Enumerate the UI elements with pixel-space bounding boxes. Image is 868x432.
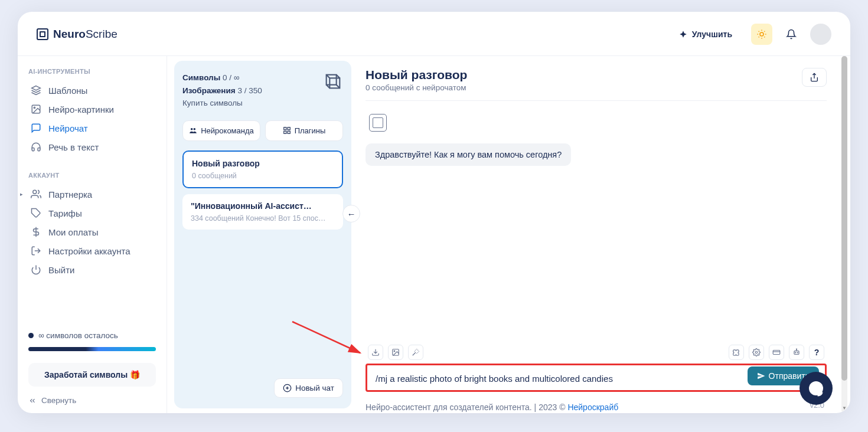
logo[interactable]: NeuroScribe <box>37 28 118 41</box>
chat-icon <box>31 123 41 133</box>
svg-rect-16 <box>288 127 290 130</box>
credits-progress <box>28 347 156 351</box>
headphones-icon <box>31 142 41 152</box>
credits: ∞ символов осталось Заработай символы 🎁 … <box>28 331 156 405</box>
new-chat-label: Новый чат <box>295 384 334 392</box>
message-input-container: Отправить <box>366 364 827 392</box>
collapse-sidebar[interactable]: Свернуть <box>28 396 156 405</box>
arrow-left-icon: ← <box>347 209 356 219</box>
chat-area: Новый разговор 0 сообщений с нейрочатом … <box>351 56 850 413</box>
nav-label: Нейрочат <box>48 123 88 133</box>
support-fab[interactable] <box>800 372 833 405</box>
nav-label: Выйти <box>48 265 74 275</box>
input-toolbar: ? <box>366 345 827 360</box>
status-dot <box>28 333 34 338</box>
nav-neurochat[interactable]: Нейрочат <box>28 119 156 138</box>
footer-link[interactable]: Нейроскрайб <box>567 402 618 412</box>
tool-image[interactable] <box>388 345 403 360</box>
scroll-down-icon[interactable]: ▼ <box>841 404 847 412</box>
nav-speech-to-text[interactable]: Речь в текст <box>28 138 156 156</box>
footer: Нейро-ассистент для создателей контента.… <box>366 398 827 413</box>
upgrade-button[interactable]: Улучшить <box>668 24 743 45</box>
nav-templates[interactable]: Шаблоны <box>28 81 156 100</box>
svg-rect-17 <box>283 131 286 133</box>
header-actions: Улучшить <box>668 24 831 45</box>
credits-label: ∞ символов осталось <box>38 331 118 340</box>
avatar[interactable] <box>810 24 831 45</box>
images-value: 3 / 350 <box>237 86 262 95</box>
svg-rect-15 <box>283 127 286 130</box>
notifications-button[interactable] <box>781 24 802 45</box>
tab-plugins[interactable]: Плагины <box>265 120 343 141</box>
nav-account-settings[interactable]: Настройки аккаунта <box>28 241 156 260</box>
svg-rect-18 <box>288 131 290 133</box>
tab-neuroteam[interactable]: Нейрокоманда <box>182 120 260 141</box>
section-ai-tools: AI-ИНСТРУМЕНТЫ <box>28 68 156 75</box>
tag-icon <box>31 208 41 218</box>
power-icon <box>31 264 41 275</box>
panel-toggle[interactable]: ← <box>342 205 360 222</box>
upgrade-label: Улучшить <box>692 30 732 39</box>
svg-point-3 <box>34 107 35 108</box>
images-label: Изображения <box>182 86 236 95</box>
symbols-label: Символы <box>182 73 220 82</box>
nav-partner[interactable]: ▸ Партнерка <box>28 185 156 204</box>
symbols-value: 0 / ∞ <box>223 73 239 82</box>
svg-point-29 <box>795 352 796 353</box>
chat-item-sub: 334 сообщений Конечно! Вот 15 спос… <box>191 214 335 222</box>
users-icon <box>31 189 41 199</box>
share-button[interactable] <box>802 68 827 87</box>
chat-item-new[interactable]: Новый разговор 0 сообщений <box>182 150 343 188</box>
new-chat-button[interactable]: Новый чат <box>274 378 343 398</box>
help-button[interactable]: ? <box>809 345 824 360</box>
earn-credits-button[interactable]: Заработай символы 🎁 <box>28 363 156 387</box>
body: AI-ИНСТРУМЕНТЫ Шаблоны Нейро-картинки Не… <box>18 56 850 413</box>
rocket-icon <box>679 30 687 38</box>
chat-bubble-icon <box>809 381 823 395</box>
header: NeuroScribe Улучшить <box>18 12 850 56</box>
share-icon <box>810 73 819 82</box>
gear-icon <box>752 348 761 356</box>
tool-download[interactable] <box>368 345 383 360</box>
scrollbar-thumb[interactable] <box>841 56 847 381</box>
chat-title: Новый разговор <box>366 68 467 82</box>
svg-point-4 <box>33 190 37 194</box>
nav-label: Нейро-картинки <box>48 104 114 114</box>
tool-bot[interactable] <box>789 345 804 360</box>
tool-card[interactable] <box>769 345 784 360</box>
tab-label: Нейрокоманда <box>201 126 254 135</box>
svg-point-25 <box>755 351 758 354</box>
team-icon <box>189 126 197 135</box>
image-icon <box>31 104 41 114</box>
chat-item[interactable]: "Инновационный AI-ассист… 334 сообщений … <box>182 194 343 230</box>
nav-label: Тарифы <box>48 208 82 218</box>
send-icon <box>757 372 765 380</box>
nav-tariffs[interactable]: Тарифы <box>28 204 156 222</box>
chat-subtitle: 0 сообщений с нейрочатом <box>366 83 467 92</box>
buy-credits-link[interactable]: Купить символы <box>182 97 262 110</box>
nav-payments[interactable]: Мои оплаты <box>28 222 156 241</box>
theme-toggle[interactable] <box>751 24 772 45</box>
collapse-label: Свернуть <box>41 396 76 405</box>
tool-magic[interactable] <box>408 345 423 360</box>
robot-icon <box>792 348 801 356</box>
svg-point-0 <box>760 32 763 36</box>
picture-icon <box>391 348 400 356</box>
chat-item-sub: 0 сообщений <box>192 172 334 180</box>
chat-header: Новый разговор 0 сообщений с нейрочатом <box>366 62 827 101</box>
nav-neuro-images[interactable]: Нейро-картинки <box>28 100 156 119</box>
chevron-right-icon: ▸ <box>20 191 23 197</box>
download-icon <box>371 348 380 356</box>
panel-tabs: Нейрокоманда Плагины <box>182 120 343 141</box>
svg-point-30 <box>797 352 798 353</box>
svg-point-14 <box>194 128 196 130</box>
svg-rect-26 <box>773 351 780 355</box>
chats-panel: Символы 0 / ∞ Изображения 3 / 350 Купить… <box>174 61 351 408</box>
tool-settings[interactable] <box>749 345 764 360</box>
tool-extension[interactable] <box>729 345 744 360</box>
bot-avatar-icon <box>369 114 387 132</box>
nav-logout[interactable]: Выйти <box>28 260 156 279</box>
nav-label: Партнерка <box>48 189 92 199</box>
chat-item-title: "Инновационный AI-ассист… <box>191 201 335 211</box>
logo-icon <box>37 28 48 40</box>
